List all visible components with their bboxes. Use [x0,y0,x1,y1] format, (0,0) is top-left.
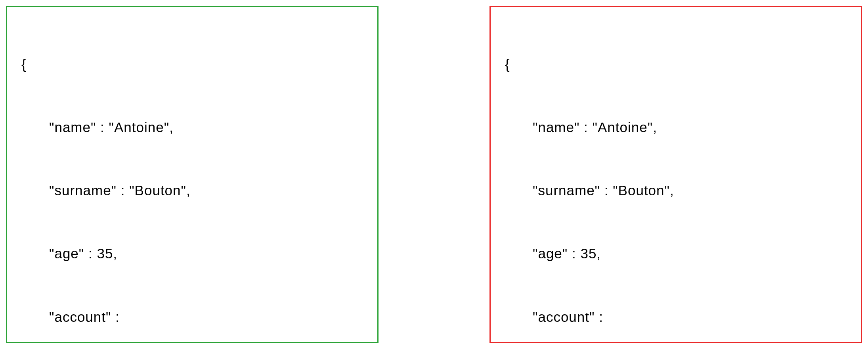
code-line: "surname" : "Bouton", [505,176,847,205]
name-entry: "name" : "Antoine", [533,119,657,135]
account-key: "account" : [49,309,120,325]
right-code-block: { "name" : "Antoine", "surname" : "Bouto… [505,15,847,350]
right-json-panel: { "name" : "Antoine", "surname" : "Bouto… [489,6,862,343]
brace-open: { [21,56,27,72]
code-line: "account" : [505,303,847,331]
comparison-container: { "name" : "Antoine", "surname" : "Bouto… [0,0,868,349]
left-code-block: { "name" : "Antoine", "surname" : "Bouto… [21,15,363,350]
code-line: { [21,50,363,79]
age-entry: "age" : 35, [49,246,117,261]
code-line: "surname" : "Bouton", [21,176,363,205]
name-entry: "name" : "Antoine", [49,119,174,135]
code-line: "name" : "Antoine", [21,113,363,142]
age-entry: "age" : 35, [533,246,601,261]
code-line: "account" : [21,303,363,331]
code-line: "age" : 35, [505,239,847,268]
left-json-panel: { "name" : "Antoine", "surname" : "Bouto… [6,6,379,343]
surname-entry: "surname" : "Bouton", [49,183,191,198]
brace-open: { [505,56,510,72]
account-key: "account" : [533,309,603,325]
code-line: { [505,50,847,79]
surname-entry: "surname" : "Bouton", [533,183,674,198]
code-line: "name" : "Antoine", [505,113,847,142]
code-line: "age" : 35, [21,239,363,268]
